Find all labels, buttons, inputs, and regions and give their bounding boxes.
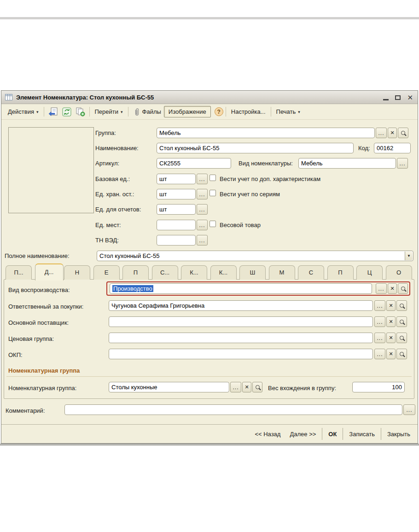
supplier-clear-button[interactable]: ✕ <box>386 316 396 327</box>
reproduction-more-button[interactable]: ... <box>376 283 387 294</box>
tnved-label: ТН ВЭД: <box>95 237 119 244</box>
group-weight-label: Вес вхождения в группу: <box>268 385 336 392</box>
section-underline <box>6 376 412 377</box>
tab-13[interactable]: О <box>386 265 412 280</box>
price-group-input[interactable] <box>109 333 373 343</box>
report-unit-more-button[interactable]: ... <box>197 204 208 215</box>
comment-input[interactable] <box>64 404 402 415</box>
tab-8[interactable]: Ш <box>239 265 266 280</box>
characteristics-checkbox-label: Вести учет по доп. характеристикам <box>220 175 320 182</box>
tab-10[interactable]: С <box>298 265 324 280</box>
group-weight-input[interactable]: 100 <box>352 382 405 392</box>
place-unit-more-button[interactable]: ... <box>197 220 208 230</box>
tab-12[interactable]: Ц <box>356 265 383 280</box>
tnved-more-button[interactable]: ... <box>197 235 208 246</box>
close-icon[interactable]: ✕ <box>407 94 413 101</box>
okp-clear-button[interactable]: ✕ <box>386 349 396 359</box>
chevron-down-icon[interactable]: ▼ <box>405 251 413 260</box>
back-button[interactable]: << Назад <box>252 429 283 439</box>
app-window: Элемент Номенклатура: Стол кухонный БС-5… <box>1 90 418 444</box>
purchaser-input[interactable]: Чугунова Серафима Григорьевна <box>109 300 373 311</box>
full-name-input[interactable]: Стол кухонный БС-55 ▼ <box>97 251 413 261</box>
article-input[interactable]: СК2555 <box>157 158 231 169</box>
search-icon <box>401 286 405 291</box>
section-title: Номенклатурная группа <box>8 367 80 374</box>
next-button[interactable]: Далее >> <box>287 429 319 439</box>
report-unit-label: Ед. для отчетов: <box>95 206 141 213</box>
image-toggle-button[interactable]: Изображение <box>164 106 211 117</box>
okp-input[interactable] <box>109 349 373 359</box>
nomenclature-type-more-button[interactable]: ... <box>397 158 408 169</box>
close-button[interactable]: Закрыть <box>384 429 413 439</box>
tab-9[interactable]: М <box>269 265 295 280</box>
actions-button[interactable]: Действия ▾ <box>5 106 41 117</box>
group-more-button[interactable]: ... <box>376 128 387 138</box>
active-field-highlight: Производство ... ✕ <box>106 281 410 296</box>
reproduction-type-input[interactable]: Производство <box>110 283 372 294</box>
price-group-search-button[interactable] <box>396 333 407 343</box>
group-input[interactable]: Мебель <box>157 128 375 138</box>
footer-bar: << Назад Далее >> ОК Записать Закрыть <box>1 425 418 443</box>
price-group-clear-button[interactable]: ✕ <box>386 333 396 343</box>
group-search-button[interactable] <box>398 128 408 138</box>
tab-1[interactable]: Д... <box>35 263 64 281</box>
tab-7[interactable]: К... <box>210 265 237 280</box>
write-document-button[interactable] <box>47 106 60 117</box>
purchaser-search-button[interactable] <box>396 300 407 311</box>
settings-button[interactable]: Настройка... <box>228 106 268 117</box>
reproduction-search-button[interactable] <box>398 283 408 294</box>
ok-button[interactable]: ОК <box>326 429 339 439</box>
tab-11[interactable]: П <box>327 265 354 280</box>
goto-button[interactable]: Перейти ▾ <box>92 106 126 117</box>
characteristics-checkbox[interactable] <box>210 175 216 181</box>
group-label: Группа: <box>95 129 116 136</box>
comment-more-button[interactable]: ... <box>403 404 415 415</box>
okp-search-button[interactable] <box>396 349 407 359</box>
reproduction-clear-button[interactable]: ✕ <box>388 283 397 294</box>
help-icon[interactable]: ? <box>215 107 223 116</box>
nomenclature-group-input[interactable]: Столы кухонные <box>109 382 229 392</box>
search-icon <box>400 304 404 308</box>
screen-artifact-line <box>0 17 419 19</box>
nomenclature-group-search-button[interactable] <box>252 382 262 392</box>
group-clear-button[interactable]: ✕ <box>388 128 397 138</box>
code-input[interactable]: 00162 <box>374 143 411 153</box>
tnved-input[interactable] <box>157 235 196 246</box>
purchaser-more-button[interactable]: ... <box>374 300 385 311</box>
name-input[interactable]: Стол кухонный БС-55 <box>157 143 354 153</box>
nomenclature-type-input[interactable]: Мебель <box>298 158 396 169</box>
tab-4[interactable]: П <box>122 265 149 280</box>
storage-unit-input[interactable]: шт <box>157 189 196 199</box>
print-button[interactable]: Печать ▾ <box>274 106 303 117</box>
minimize-icon[interactable] <box>383 99 389 100</box>
supplier-label: Основной поставщик: <box>8 319 69 326</box>
storage-unit-more-button[interactable]: ... <box>197 189 208 199</box>
copy-new-button[interactable] <box>73 106 87 117</box>
tab-6[interactable]: К... <box>181 265 207 280</box>
tab-2[interactable]: Н <box>64 265 90 280</box>
toolbar-separator <box>271 107 271 117</box>
toolbar-separator <box>89 107 90 117</box>
base-unit-more-button[interactable]: ... <box>197 174 208 184</box>
price-group-more-button[interactable]: ... <box>374 333 385 343</box>
files-button[interactable]: Файлы <box>131 106 164 118</box>
weight-goods-checkbox[interactable] <box>210 221 216 227</box>
place-unit-input[interactable] <box>157 220 196 230</box>
refresh-button[interactable] <box>60 106 73 117</box>
report-unit-input[interactable]: шт <box>157 204 196 215</box>
supplier-more-button[interactable]: ... <box>374 316 385 327</box>
base-unit-input[interactable]: шт <box>157 174 196 184</box>
series-checkbox[interactable] <box>210 190 216 196</box>
tab-0[interactable]: П... <box>6 265 32 280</box>
tab-3[interactable]: Е <box>93 265 120 280</box>
purchaser-clear-button[interactable]: ✕ <box>386 300 396 311</box>
nomenclature-group-more-button[interactable]: ... <box>230 382 241 392</box>
supplier-search-button[interactable] <box>396 316 407 327</box>
toolbar-separator <box>44 107 44 117</box>
save-button[interactable]: Записать <box>346 429 378 439</box>
supplier-input[interactable] <box>109 316 373 327</box>
tab-5[interactable]: С... <box>152 265 178 280</box>
nomenclature-group-clear-button[interactable]: ✕ <box>242 382 251 392</box>
maximize-icon[interactable] <box>395 95 401 100</box>
okp-more-button[interactable]: ... <box>374 349 385 359</box>
